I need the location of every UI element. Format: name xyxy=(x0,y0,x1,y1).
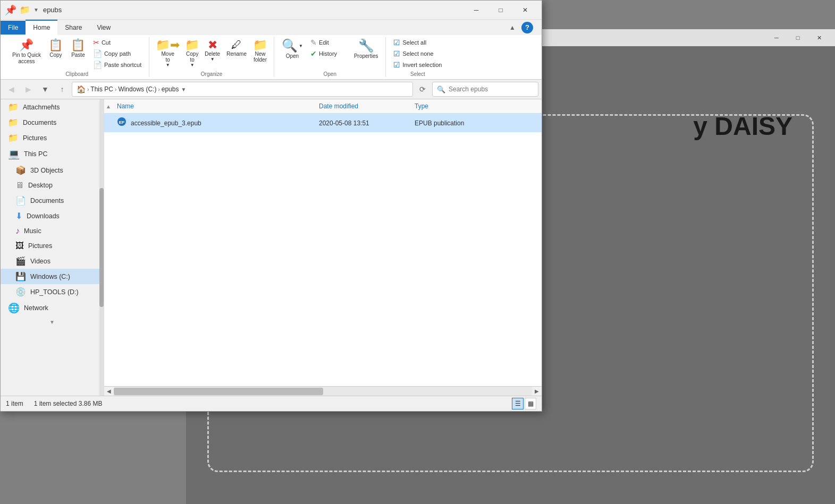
tab-share[interactable]: Share xyxy=(57,21,89,35)
sidebar-item-3d-objects[interactable]: 📦 3D Objects xyxy=(1,163,104,178)
copy-to-icon: 📁 xyxy=(185,39,199,51)
sidebar-label-hp-tools: HP_TOOLS (D:) xyxy=(30,288,79,296)
column-header-date[interactable]: Date modified xyxy=(315,101,410,111)
h-scroll-right-button[interactable]: ▶ xyxy=(532,387,542,396)
music-icon: ♪ xyxy=(15,226,20,236)
path-chevron3: › xyxy=(158,87,159,92)
column-header-name[interactable]: Name xyxy=(113,101,315,111)
cut-button[interactable]: ✂ Cut xyxy=(90,37,145,48)
h-scroll-left-button[interactable]: ◀ xyxy=(104,387,114,396)
maximize-button[interactable]: □ xyxy=(488,1,513,20)
new-folder-label2: folder xyxy=(254,57,267,63)
paste-shortcut-button[interactable]: 📄 Paste shortcut xyxy=(90,59,145,70)
up-button[interactable]: ↑ xyxy=(55,82,70,97)
select-none-button[interactable]: ☑ Select none xyxy=(390,48,445,59)
sidebar-label-pictures: Pictures xyxy=(23,134,47,142)
bg-maximize-button[interactable]: □ xyxy=(787,29,808,46)
tab-file[interactable]: File xyxy=(1,21,26,35)
minimize-button[interactable]: ─ xyxy=(464,1,488,20)
pin-icon: 📌 xyxy=(19,39,33,51)
new-folder-button[interactable]: 📁 New folder xyxy=(251,37,269,65)
file-name: accessible_epub_3.epub xyxy=(131,119,201,127)
ribbon-group-organize: 📁➡ Move to ▼ 📁 Copy to ▼ ✖ Delete ▼ xyxy=(149,37,274,77)
paste-shortcut-icon: 📄 xyxy=(93,61,102,69)
copy-button[interactable]: 📋 Copy xyxy=(45,37,66,61)
h-scrollbar-track[interactable] xyxy=(114,387,532,396)
file-cell-type: EPUB publication xyxy=(410,118,517,128)
sidebar-item-windows-c[interactable]: 💾 Windows (C:) xyxy=(1,269,104,284)
sidebar-scrollbar[interactable] xyxy=(99,99,104,396)
sidebar-item-desktop[interactable]: 🖥 Desktop xyxy=(1,178,104,193)
open-arrow: ▼ xyxy=(299,44,303,49)
sidebar-item-hp-tools[interactable]: 💿 HP_TOOLS (D:) xyxy=(1,284,104,300)
help-button[interactable]: ? xyxy=(521,22,533,33)
tab-view[interactable]: View xyxy=(89,21,118,35)
sidebar-item-network[interactable]: 🌐 Network xyxy=(1,300,104,317)
ribbon-collapse-button[interactable]: ▲ xyxy=(507,22,518,33)
rename-label: Rename xyxy=(226,51,247,57)
sidebar-item-documents2[interactable]: 📄 Documents xyxy=(1,193,104,208)
details-view-button[interactable]: ☰ xyxy=(512,398,524,409)
sidebar-item-documents[interactable]: 📁 Documents xyxy=(1,115,104,130)
forward-button[interactable]: ▶ xyxy=(21,82,36,97)
history-button[interactable]: ✔ History xyxy=(307,48,350,59)
select-label: Select xyxy=(390,70,445,77)
sidebar-scroll-down[interactable]: ▼ xyxy=(1,317,104,327)
open-label: Open xyxy=(286,53,299,59)
bg-close-button[interactable]: ✕ xyxy=(808,29,830,46)
paste-shortcut-label: Paste shortcut xyxy=(104,62,141,68)
sidebar-label-network: Network xyxy=(24,304,48,312)
select-all-button[interactable]: ☑ Select all xyxy=(390,37,445,48)
sidebar-item-videos[interactable]: 🎬 Videos xyxy=(1,253,104,269)
sidebar-item-downloads[interactable]: ⬇ Downloads xyxy=(1,208,104,224)
sidebar-item-this-pc[interactable]: 💻 This PC xyxy=(1,146,104,163)
move-to-label: Move xyxy=(162,51,174,57)
copy-to-label2: to xyxy=(190,57,195,63)
delete-arrow: ▼ xyxy=(210,57,215,62)
copy-path-label: Copy path xyxy=(104,50,131,57)
back-button[interactable]: ◀ xyxy=(4,82,19,97)
horizontal-scrollbar[interactable]: ◀ ▶ xyxy=(104,386,542,396)
sidebar-item-pictures[interactable]: 📁 Pictures xyxy=(1,130,104,146)
sidebar-scroll-up[interactable]: ▲ xyxy=(1,99,104,110)
copy-path-button[interactable]: 📄 Copy path xyxy=(90,48,145,59)
paste-button[interactable]: 📋 Paste xyxy=(68,37,89,61)
pin-to-quick-access-button[interactable]: 📌 Pin to Quickaccess xyxy=(9,37,44,67)
organize-label: Organize xyxy=(154,70,269,77)
address-path[interactable]: 🏠 › This PC › Windows (C:) › epubs ▼ xyxy=(72,82,413,97)
dropdown-recent-button[interactable]: ▼ xyxy=(38,82,53,97)
invert-selection-button[interactable]: ☑ Invert selection xyxy=(390,59,445,70)
properties-button[interactable]: 🔧 Properties xyxy=(351,37,382,62)
new-folder-icon: 📁 xyxy=(253,39,267,51)
preview-view-button[interactable]: ▦ xyxy=(525,398,536,409)
organize-buttons: 📁➡ Move to ▼ 📁 Copy to ▼ ✖ Delete ▼ xyxy=(154,37,269,70)
table-row[interactable]: EP accessible_epub_3.epub 2020-05-08 13:… xyxy=(104,114,542,132)
rename-button[interactable]: 🖊 Rename xyxy=(223,37,250,59)
copy-to-button[interactable]: 📁 Copy to ▼ xyxy=(183,37,201,70)
path-expand-arrow: ▼ xyxy=(181,87,186,92)
file-cell-date: 2020-05-08 13:51 xyxy=(315,118,410,128)
move-to-button[interactable]: 📁➡ Move to ▼ xyxy=(154,37,182,70)
tab-home[interactable]: Home xyxy=(26,20,57,35)
pin-label: Pin to Quickaccess xyxy=(12,52,41,65)
search-icon: 🔍 xyxy=(437,86,445,93)
close-button[interactable]: ✕ xyxy=(513,1,537,20)
search-input[interactable] xyxy=(449,86,534,93)
delete-button[interactable]: ✖ Delete ▼ xyxy=(203,37,222,64)
sidebar-item-pictures2[interactable]: 🖼 Pictures xyxy=(1,238,104,253)
documents-icon: 📄 xyxy=(15,195,26,206)
title-bar-icons: 📌 📁 ▼ xyxy=(5,4,39,16)
address-bar: ◀ ▶ ▼ ↑ 🏠 › This PC › Windows (C:) › epu… xyxy=(1,80,542,99)
cut-icon: ✂ xyxy=(93,38,99,47)
ribbon-group-select: ☑ Select all ☑ Select none ☑ Invert sele… xyxy=(386,37,449,77)
file-list-empty-area[interactable] xyxy=(104,132,542,386)
refresh-button[interactable]: ⟳ xyxy=(415,82,430,97)
edit-button[interactable]: ✎ Edit xyxy=(307,37,350,48)
quick-access-icon: 📌 xyxy=(5,4,16,16)
sidebar-item-music[interactable]: ♪ Music xyxy=(1,224,104,238)
column-header-type[interactable]: Type xyxy=(410,101,517,111)
file-explorer-window: 📌 📁 ▼ epubs ─ □ ✕ File Home Share View ▲… xyxy=(0,0,542,412)
bg-minimize-button[interactable]: ─ xyxy=(766,29,787,46)
copy-to-label: Copy xyxy=(186,51,198,57)
open-button[interactable]: 🔍 ▼ Open xyxy=(279,37,306,62)
